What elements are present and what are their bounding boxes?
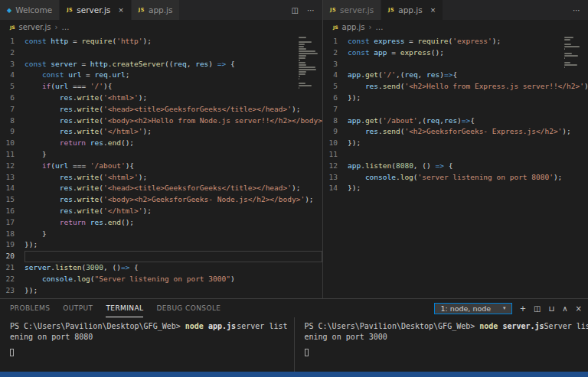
tab-welcome[interactable]: ◆Welcome <box>0 0 60 20</box>
line-number[interactable]: 16 <box>0 206 24 217</box>
maximize-panel-icon[interactable]: ∧ <box>562 304 567 313</box>
code-line[interactable]: 13 console.log('server listening on port… <box>323 172 588 184</box>
code-line[interactable]: 4 const url = req.url; <box>0 70 322 81</box>
new-terminal-icon[interactable]: + <box>520 304 526 313</box>
more-actions-icon[interactable]: ⋯ <box>573 6 580 15</box>
code-line[interactable]: 10 return res.end(); <box>0 138 322 149</box>
line-number[interactable]: 12 <box>323 161 348 172</box>
code-line[interactable]: 14}); <box>323 183 588 194</box>
code-line[interactable]: 7 <box>323 104 588 115</box>
line-number[interactable]: 9 <box>323 126 348 138</box>
code-line[interactable]: 5 if(url === '/'){ <box>0 81 322 93</box>
code-editor-server-js[interactable]: 1const http = require('http');23const se… <box>0 34 322 298</box>
breadcrumb[interactable]: JS server.js › … <box>0 20 322 34</box>
tab-server-js[interactable]: JSserver.js× <box>60 0 132 20</box>
code-line[interactable]: 6}); <box>323 93 588 104</box>
code-editor-app-js[interactable]: 1const express = require('express');2con… <box>323 34 588 298</box>
code-line[interactable]: 14 res.write('<head><title>GeeksforGeeks… <box>0 183 322 194</box>
line-number[interactable]: 14 <box>323 183 348 194</box>
code-line[interactable]: 10}); <box>323 138 588 149</box>
code-line[interactable]: 20 <box>0 251 322 262</box>
code-line[interactable]: 18 } <box>0 229 322 240</box>
kill-terminal-icon[interactable]: ⊔ <box>548 304 554 313</box>
code-line[interactable]: 9 res.write('</html>'); <box>0 126 322 138</box>
line-number[interactable]: 13 <box>323 172 348 184</box>
line-number[interactable]: 8 <box>0 115 24 127</box>
line-number[interactable]: 18 <box>0 229 24 240</box>
breadcrumb-file[interactable]: server.js <box>19 23 51 31</box>
panel-tab-debug-console[interactable]: DEBUG CONSOLE <box>156 299 220 317</box>
minimap[interactable] <box>564 37 586 68</box>
breadcrumb-file[interactable]: app.js <box>342 23 365 31</box>
tab-app-js[interactable]: JSapp.js <box>132 0 181 20</box>
line-number[interactable]: 6 <box>0 93 24 104</box>
line-number[interactable]: 1 <box>323 36 348 47</box>
line-number[interactable]: 17 <box>0 217 24 229</box>
code-line[interactable]: 16 res.write('</html>'); <box>0 206 322 217</box>
code-line[interactable]: 17 return res.end(); <box>0 217 322 229</box>
line-number[interactable]: 6 <box>323 93 348 104</box>
split-terminal-icon[interactable]: ◫ <box>534 304 541 313</box>
terminal-right[interactable]: PS C:\Users\Pavilion\Desktop\GFG_Web> no… <box>294 317 588 372</box>
code-line[interactable]: 2const app = express(); <box>323 47 588 59</box>
code-line[interactable]: 11 } <box>0 149 322 161</box>
line-number[interactable]: 1 <box>0 36 24 47</box>
line-number[interactable]: 5 <box>0 81 24 93</box>
code-line[interactable]: 7 res.write('<head><title>GeeksforGeeks<… <box>0 104 322 115</box>
code-line[interactable]: 22 console.log("Server listening on port… <box>0 274 322 285</box>
line-number[interactable]: 19 <box>0 239 24 251</box>
close-icon[interactable]: × <box>118 6 124 14</box>
code-line[interactable]: 3 <box>323 59 588 70</box>
split-editor-icon[interactable]: ◫ <box>292 6 299 15</box>
code-line[interactable]: 1const express = require('express'); <box>323 36 588 47</box>
line-number[interactable]: 7 <box>323 104 348 115</box>
code-line[interactable]: 3const server = http.createServer((req, … <box>0 59 322 70</box>
line-number[interactable]: 20 <box>0 251 24 262</box>
line-number[interactable]: 11 <box>323 149 348 161</box>
code-line[interactable]: 8 res.write('<body><h2>Hello from Node.j… <box>0 115 322 127</box>
terminal-picker[interactable]: 1: node, node ▾ <box>434 303 511 314</box>
panel-tab-problems[interactable]: PROBLEMS <box>10 299 50 317</box>
code-line[interactable]: 5 res.send('<h2>Hello from Express.js se… <box>323 81 588 93</box>
code-line[interactable]: 23}); <box>0 285 322 297</box>
line-number[interactable]: 22 <box>0 274 24 285</box>
line-number[interactable]: 15 <box>0 194 24 206</box>
line-number[interactable]: 11 <box>0 149 24 161</box>
line-number[interactable]: 10 <box>323 138 348 149</box>
breadcrumb-symbol[interactable]: … <box>61 23 69 31</box>
breadcrumb[interactable]: JS app.js › … <box>323 20 588 34</box>
line-number[interactable]: 3 <box>323 59 348 70</box>
panel-tab-output[interactable]: OUTPUT <box>63 299 93 317</box>
code-line[interactable]: 11 <box>323 149 588 161</box>
code-line[interactable]: 6 res.write('<html>'); <box>0 93 322 104</box>
line-number[interactable]: 8 <box>323 115 348 127</box>
line-number[interactable]: 4 <box>323 70 348 81</box>
tab-app-js[interactable]: JSapp.js× <box>381 0 443 20</box>
code-line[interactable]: 9 res.send('<h2>GeeksforGeeks- Express.j… <box>323 126 588 138</box>
close-panel-icon[interactable]: × <box>576 304 582 313</box>
line-number[interactable]: 7 <box>0 104 24 115</box>
code-line[interactable]: 21server.listen(3000, ()=> { <box>0 262 322 274</box>
code-line[interactable]: 19}); <box>0 239 322 251</box>
terminal-left[interactable]: PS C:\Users\Pavilion\Desktop\GFG_Web> no… <box>0 317 294 372</box>
line-number[interactable]: 14 <box>0 183 24 194</box>
breadcrumb-symbol[interactable]: … <box>376 23 384 31</box>
line-number[interactable]: 2 <box>323 47 348 59</box>
code-line[interactable]: 13 res.write('<html>'); <box>0 172 322 184</box>
code-line[interactable]: 15 res.write('<body><h2>GeeksforGeeks- N… <box>0 194 322 206</box>
code-line[interactable]: 2 <box>0 47 322 59</box>
code-line[interactable]: 1const http = require('http'); <box>0 36 322 47</box>
panel-tab-terminal[interactable]: TERMINAL <box>106 299 143 317</box>
line-number[interactable]: 10 <box>0 138 24 149</box>
line-number[interactable]: 3 <box>0 59 24 70</box>
line-number[interactable]: 4 <box>0 70 24 81</box>
code-line[interactable]: 4app.get('/',(req, res)=>{ <box>323 70 588 81</box>
minimap[interactable] <box>299 37 320 89</box>
line-number[interactable]: 21 <box>0 262 24 274</box>
close-icon[interactable]: × <box>430 6 436 14</box>
line-number[interactable]: 5 <box>323 81 348 93</box>
line-number[interactable]: 9 <box>0 126 24 138</box>
line-number[interactable]: 2 <box>0 47 24 59</box>
code-line[interactable]: 8app.get('/about',(req,res)=>{ <box>323 115 588 127</box>
line-number[interactable]: 13 <box>0 172 24 184</box>
